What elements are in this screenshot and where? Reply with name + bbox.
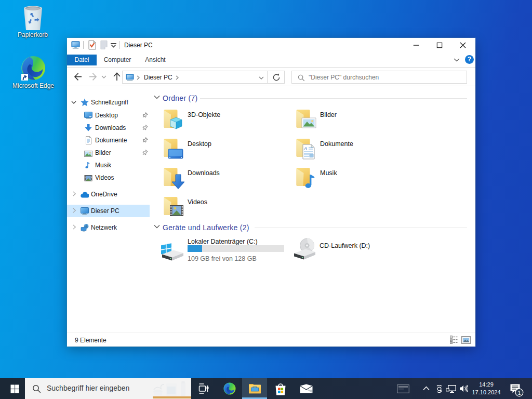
svg-text:A: A (303, 146, 307, 151)
svg-text:1: 1 (517, 390, 521, 396)
